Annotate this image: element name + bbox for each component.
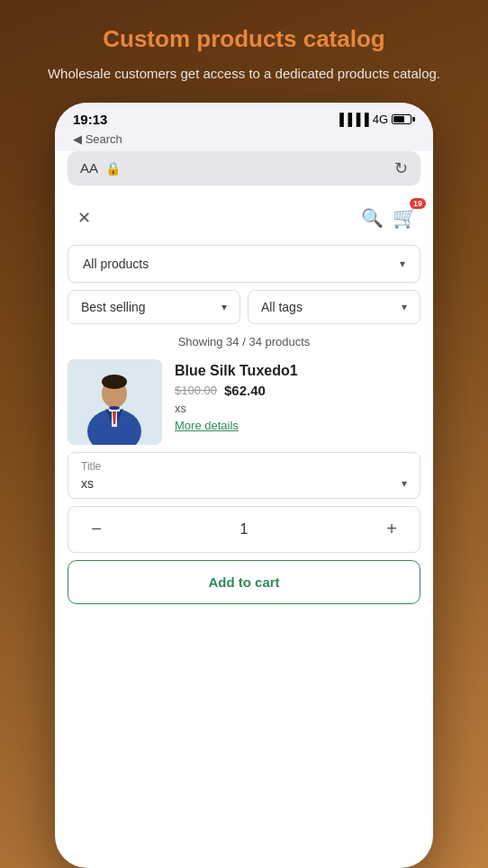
all-products-label: All products <box>83 257 149 271</box>
status-bar: 19:13 ▐▐▐▐ 4G <box>55 103 433 132</box>
product-name: Blue Silk Tuxedo1 <box>175 363 420 379</box>
add-to-cart-button[interactable]: Add to cart <box>68 560 420 604</box>
quantity-row: − 1 + <box>68 506 420 553</box>
refresh-icon[interactable]: ↻ <box>394 158 408 178</box>
best-selling-label: Best selling <box>81 300 146 314</box>
close-button[interactable]: ✕ <box>68 202 100 234</box>
product-prices: $100.00 $62.40 <box>175 383 420 398</box>
filter-row: Best selling ▾ All tags ▾ <box>68 290 420 324</box>
svg-point-6 <box>102 375 127 389</box>
all-tags-label: All tags <box>261 300 303 314</box>
header-section: Custom products catalog Wholesale custom… <box>12 0 476 103</box>
more-details-link[interactable]: More details <box>175 419 420 432</box>
all-tags-dropdown[interactable]: All tags ▾ <box>248 290 420 324</box>
back-search[interactable]: Search <box>55 132 433 151</box>
all-products-dropdown[interactable]: All products ▾ <box>68 245 420 283</box>
font-size-control[interactable]: AA <box>80 160 98 176</box>
url-bar-left: AA 🔒 <box>80 160 121 176</box>
search-icon: 🔍 <box>361 207 384 229</box>
variant-value-row[interactable]: xs ▾ <box>68 475 420 498</box>
product-card: Blue Silk Tuxedo1 $100.00 $62.40 xs More… <box>68 359 420 445</box>
product-row: Blue Silk Tuxedo1 $100.00 $62.40 xs More… <box>68 359 420 445</box>
quantity-minus-button[interactable]: − <box>83 516 110 543</box>
signal-type: 4G <box>373 113 388 126</box>
chevron-down-icon-2: ▾ <box>221 301 227 313</box>
variant-selector[interactable]: Title xs ▾ <box>68 452 420 499</box>
cart-badge: 19 <box>410 198 426 209</box>
close-icon: ✕ <box>77 208 91 228</box>
signal-bars-icon: ▐▐▐▐ <box>336 113 369 126</box>
variant-value: xs <box>81 476 94 491</box>
price-original: $100.00 <box>175 384 217 397</box>
variant-title: Title <box>68 453 420 475</box>
quantity-plus-button[interactable]: + <box>378 516 405 543</box>
search-button[interactable]: 🔍 <box>356 202 388 234</box>
top-bar: ✕ 🔍 🛒 19 <box>68 198 420 238</box>
header-subtitle: Wholesale customers get access to a dedi… <box>48 64 440 85</box>
header-title: Custom products catalog <box>48 25 440 53</box>
chevron-down-icon-4: ▾ <box>402 477 407 490</box>
url-bar: AA 🔒 ↻ <box>68 151 420 185</box>
status-time: 19:13 <box>73 112 107 127</box>
header-title-accent: catalog <box>303 25 385 52</box>
quantity-value: 1 <box>240 521 249 538</box>
app-content: ✕ 🔍 🛒 19 All products ▾ Best selling ▾ A… <box>55 193 433 869</box>
cart-button[interactable]: 🛒 19 <box>388 202 420 234</box>
status-icons: ▐▐▐▐ 4G <box>336 113 415 126</box>
battery-icon <box>392 114 415 124</box>
chevron-down-icon: ▾ <box>400 258 405 270</box>
svg-point-9 <box>109 406 120 410</box>
best-selling-dropdown[interactable]: Best selling ▾ <box>68 290 240 324</box>
product-image <box>68 359 162 445</box>
chevron-down-icon-3: ▾ <box>402 301 407 313</box>
showing-count: Showing 34 / 34 products <box>68 331 420 352</box>
cart-icon: 🛒 <box>393 206 417 230</box>
product-info: Blue Silk Tuxedo1 $100.00 $62.40 xs More… <box>175 359 420 432</box>
phone-frame: 19:13 ▐▐▐▐ 4G Search AA 🔒 ↻ ✕ 🔍 <box>55 103 433 869</box>
header-title-plain: Custom products <box>103 25 303 52</box>
product-size: xs <box>175 402 420 415</box>
lock-icon: 🔒 <box>105 161 121 176</box>
price-sale: $62.40 <box>224 383 266 398</box>
